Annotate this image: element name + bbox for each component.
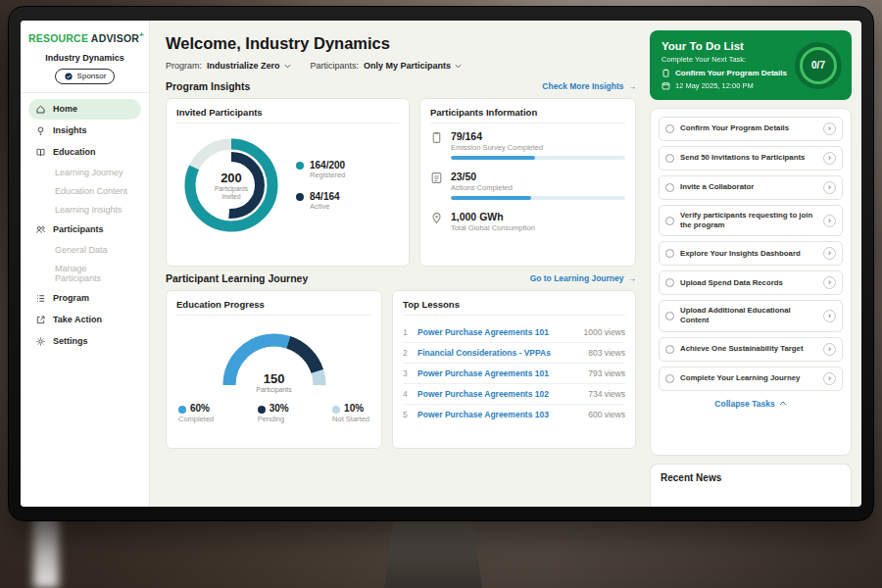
sidebar-item-education[interactable]: Education [28, 142, 141, 163]
lesson-row: 3 Power Purchase Agreements 101 793 view… [403, 364, 625, 384]
chevron-right-icon[interactable]: › [823, 181, 836, 194]
chevron-right-icon[interactable]: › [823, 122, 836, 135]
chevron-right-icon[interactable]: › [823, 372, 836, 385]
task-label: Confirm Your Program Details [680, 123, 817, 133]
check-more-insights-link[interactable]: Check More Insights → [542, 81, 636, 91]
task-row-upload-educational-content[interactable]: Upload Additional Educational Content › [659, 300, 843, 331]
sidebar-item-insights[interactable]: Insights [28, 121, 141, 141]
legend-item-pending: 30% Pending [258, 403, 289, 423]
task-checkbox[interactable] [665, 278, 674, 287]
task-checkbox[interactable] [665, 312, 674, 320]
sidebar-item-label: Learning Insights [55, 205, 122, 215]
task-row-send-invitations[interactable]: Send 50 Invitations to Participants › [659, 146, 843, 171]
calendar-icon [662, 81, 670, 90]
task-row-verify-participants[interactable]: Verify participants requesting to join t… [659, 205, 843, 236]
task-label: Explore Your Insights Dashboard [680, 249, 817, 259]
gauge-center-text: 150 Participants [214, 371, 335, 393]
clipboard-icon [662, 69, 670, 77]
task-checkbox[interactable] [665, 154, 674, 163]
chevron-right-icon[interactable]: › [823, 247, 836, 260]
task-row-confirm-program[interactable]: Confirm Your Program Details › [659, 117, 843, 141]
go-to-learning-journey-link[interactable]: Go to Learning Journey → [530, 273, 636, 283]
task-checkbox[interactable] [665, 124, 674, 133]
sidebar-item-learning-insights[interactable]: Learning Insights [28, 201, 141, 219]
metric-actions-completed: 23/50 Actions Completed [430, 171, 625, 200]
sidebar-item-home[interactable]: Home [28, 99, 141, 120]
todo-next-task-label: Confirm Your Program Details [675, 69, 787, 77]
donut-center-value: 200 [220, 171, 242, 185]
chevron-right-icon[interactable]: › [823, 276, 836, 289]
todo-subtitle: Complete Your Next Task: [662, 55, 789, 64]
sponsor-check-icon [64, 72, 74, 81]
lesson-row: 5 Power Purchase Agreements 103 600 view… [403, 405, 625, 424]
gauge-center-value: 150 [214, 371, 335, 386]
arrow-right-icon: → [628, 81, 637, 91]
org-name: Industry Dynamics [28, 53, 141, 63]
sidebar-item-general-data[interactable]: General Data [28, 241, 141, 259]
actions-completed-progressbar [451, 196, 625, 200]
sidebar-item-take-action[interactable]: Take Action [28, 310, 141, 330]
lesson-link[interactable]: Power Purchase Agreements 101 [417, 327, 576, 337]
todo-due-date-label: 12 May 2025, 12:00 PM [675, 81, 754, 90]
lesson-rank: 2 [403, 348, 411, 358]
invited-legend: 164/200 Registered 84/164 Active [296, 160, 345, 211]
lesson-link[interactable]: Power Purchase Agreements 103 [417, 410, 581, 419]
emission-survey-label: Emission Survey Completed [451, 143, 625, 152]
sidebar-item-manage-participants[interactable]: Manage Participants [28, 260, 141, 287]
link-label: Go to Learning Journey [530, 273, 624, 283]
sidebar-divider [21, 92, 149, 93]
education-progress-card: Education Progress 150 Participants [166, 290, 382, 449]
collapse-tasks-label: Collapse Tasks [714, 399, 774, 409]
logo-resource: RESOURCE [28, 32, 88, 44]
chevron-right-icon[interactable]: › [823, 215, 836, 227]
not-started-label: Not Started [332, 415, 369, 423]
task-row-explore-insights[interactable]: Explore Your Insights Dashboard › [659, 241, 843, 266]
chevron-right-icon[interactable]: › [823, 152, 836, 165]
sidebar-item-label: Education Content [55, 186, 127, 196]
sidebar-item-education-content[interactable]: Education Content [28, 182, 141, 200]
invited-participants-body: 200 Participants Invited 164/200 Registe… [176, 130, 399, 240]
sidebar-item-learning-journey[interactable]: Learning Journey [28, 164, 141, 181]
sponsor-badge-label: Sponsor [77, 72, 107, 80]
task-row-invite-collaborator[interactable]: Invite a Collaborator › [659, 175, 843, 200]
task-checkbox[interactable] [665, 249, 674, 258]
task-label: Send 50 Invitations to Participants [680, 153, 817, 163]
task-checkbox[interactable] [665, 217, 674, 225]
lesson-link[interactable]: Power Purchase Agreements 102 [417, 389, 581, 399]
donut-center-label: Participants Invited [209, 185, 254, 201]
task-row-complete-learning-journey[interactable]: Complete Your Learning Journey › [659, 367, 843, 391]
sidebar-item-settings[interactable]: Settings [28, 331, 141, 352]
sponsor-badge[interactable]: Sponsor [55, 69, 116, 84]
task-row-upload-spend-data[interactable]: Upload Spend Data Records › [659, 270, 843, 295]
sidebar-item-participants[interactable]: Participants [28, 220, 141, 240]
chevron-right-icon[interactable]: › [823, 343, 836, 356]
sidebar-item-program[interactable]: Program [28, 288, 141, 309]
task-label: Verify participants requesting to join t… [680, 211, 817, 230]
invited-participants-card: Invited Participants 200 Partic [166, 98, 410, 267]
chevron-right-icon[interactable]: › [823, 310, 836, 322]
program-filter-dropdown[interactable]: Industrialize Zero [207, 61, 291, 71]
task-label: Upload Additional Educational Content [680, 306, 817, 325]
todo-progress-value: 0/7 [811, 60, 825, 71]
sidebar-item-label: Learning Journey [55, 168, 123, 177]
emission-survey-progress-fill [451, 156, 535, 160]
task-checkbox[interactable] [665, 345, 674, 354]
participants-information-card: Participants Information 79/164 Emission… [419, 98, 636, 267]
participants-filter: Participants: Only My Participants [311, 61, 463, 71]
program-filter-label: Program: [166, 61, 202, 71]
lesson-link[interactable]: Power Purchase Agreements 101 [417, 368, 581, 378]
lesson-views: 803 views [588, 348, 625, 358]
todo-progress-ring: 0/7 [795, 42, 842, 89]
program-filter: Program: Industrialize Zero [166, 61, 291, 71]
task-row-achieve-target[interactable]: Achieve One Sustainability Target › [659, 337, 843, 362]
lesson-row: 4 Power Purchase Agreements 102 734 view… [403, 384, 625, 405]
task-checkbox[interactable] [665, 374, 674, 383]
lesson-row: 2 Financial Considerations - VPPAs 803 v… [403, 343, 625, 364]
todo-next-task[interactable]: Confirm Your Program Details [662, 69, 789, 77]
participants-filter-dropdown[interactable]: Only My Participants [364, 61, 462, 71]
lesson-rank: 1 [403, 327, 411, 337]
task-checkbox[interactable] [665, 183, 674, 192]
lesson-link[interactable]: Financial Considerations - VPPAs [417, 348, 581, 358]
collapse-tasks-link[interactable]: Collapse Tasks [659, 399, 843, 409]
monitor-stand [384, 517, 482, 588]
